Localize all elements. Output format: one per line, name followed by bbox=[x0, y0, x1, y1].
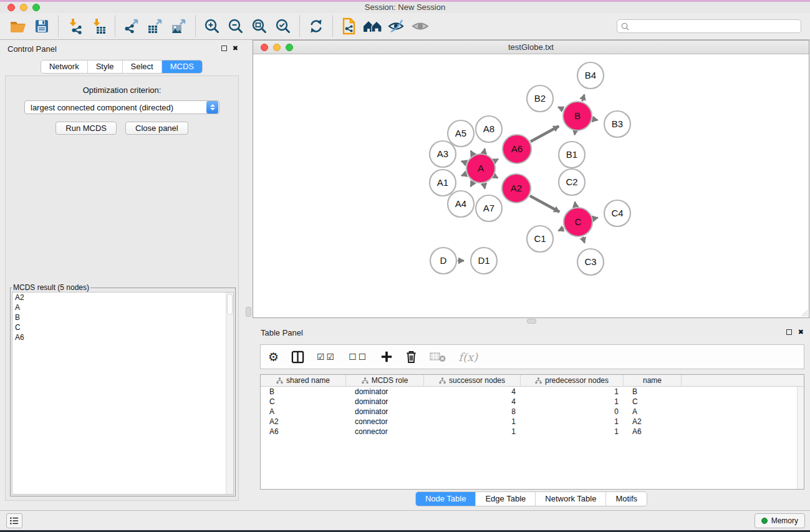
graph-edge-C-C4[interactable] bbox=[593, 218, 597, 219]
graph-edge-B-B4[interactable] bbox=[582, 95, 585, 102]
zoom-out-button[interactable] bbox=[224, 14, 248, 38]
zoom-fit-button[interactable] bbox=[248, 14, 271, 38]
add-column-icon[interactable] bbox=[380, 348, 393, 365]
import-table-button[interactable] bbox=[87, 14, 110, 38]
tab-select[interactable]: Select bbox=[122, 60, 162, 73]
column-header-shared-name[interactable]: shared name bbox=[261, 375, 346, 386]
graph-edge-C-C2[interactable] bbox=[575, 202, 576, 207]
graph-node-B3[interactable]: B3 bbox=[604, 111, 630, 137]
import-network-button[interactable] bbox=[63, 14, 87, 38]
show-columns-icon[interactable] bbox=[291, 348, 304, 365]
tab-node-table[interactable]: Node Table bbox=[416, 492, 476, 506]
deselect-all-columns-icon[interactable]: ☐☐ bbox=[349, 348, 368, 365]
memory-button[interactable]: Memory bbox=[755, 513, 805, 528]
mcds-result-item[interactable]: A bbox=[12, 302, 233, 312]
window-resize-grip[interactable] bbox=[800, 309, 808, 317]
close-panel-icon[interactable]: ✖ bbox=[233, 45, 238, 52]
float-table-panel-icon[interactable] bbox=[786, 329, 792, 335]
mcds-result-item[interactable]: A2 bbox=[12, 293, 233, 302]
graph-node-B2[interactable]: B2 bbox=[527, 85, 553, 112]
graph-node-C3[interactable]: C3 bbox=[577, 249, 604, 275]
graph-node-D1[interactable]: D1 bbox=[471, 248, 497, 274]
graph-edge-B-B2[interactable] bbox=[558, 107, 563, 110]
tab-network-table[interactable]: Network Table bbox=[535, 492, 605, 506]
graph-node-B4[interactable]: B4 bbox=[577, 62, 604, 89]
search-input[interactable] bbox=[629, 21, 797, 31]
export-network-button[interactable] bbox=[120, 14, 143, 38]
graph-node-A8[interactable]: A8 bbox=[476, 116, 502, 142]
graph-node-C[interactable]: C bbox=[564, 208, 592, 236]
graph-node-B[interactable]: B bbox=[563, 102, 592, 130]
table-row[interactable]: A6connector11A6 bbox=[261, 427, 804, 437]
float-panel-icon[interactable] bbox=[221, 46, 227, 51]
graph-edge-A-A6[interactable] bbox=[494, 159, 498, 161]
network-graph[interactable]: AA1A2A3A4A5A6A7A8BB1B2B3B4CC1C2C3C4DD1 bbox=[253, 54, 809, 317]
tab-style[interactable]: Style bbox=[87, 60, 122, 73]
zoom-selected-button[interactable] bbox=[271, 14, 295, 38]
graph-edge-A-A4[interactable] bbox=[471, 182, 473, 186]
table-scrollbar[interactable] bbox=[797, 387, 804, 489]
save-session-button[interactable] bbox=[30, 14, 54, 38]
table-row[interactable]: A2connector11A2 bbox=[261, 417, 804, 427]
table-row[interactable]: Bdominator41B bbox=[261, 387, 804, 397]
column-header-successor-nodes[interactable]: successor nodes bbox=[424, 375, 521, 386]
graph-node-C1[interactable]: C1 bbox=[527, 226, 553, 252]
graph-node-A4[interactable]: A4 bbox=[448, 191, 474, 217]
search-field[interactable] bbox=[617, 19, 801, 33]
tab-edge-table[interactable]: Edge Table bbox=[475, 492, 535, 506]
graph-node-C2[interactable]: C2 bbox=[559, 169, 585, 195]
open-session-button[interactable] bbox=[6, 14, 30, 38]
task-history-button[interactable] bbox=[6, 513, 22, 528]
mcds-result-item[interactable]: A6 bbox=[12, 332, 233, 342]
graph-edge-A-A1[interactable] bbox=[461, 174, 466, 176]
graph-edge-A-A5[interactable] bbox=[471, 151, 473, 155]
table-row[interactable]: Adominator80A bbox=[261, 407, 804, 417]
hide-panels-button[interactable] bbox=[385, 14, 408, 38]
graph-edge-C-C3[interactable] bbox=[583, 237, 585, 243]
mcds-result-item[interactable]: C bbox=[12, 322, 233, 332]
tab-network[interactable]: Network bbox=[41, 60, 87, 73]
result-list-scrollbar[interactable] bbox=[226, 293, 233, 494]
graph-node-A5[interactable]: A5 bbox=[448, 120, 474, 147]
delete-column-icon[interactable] bbox=[405, 348, 417, 365]
graph-node-A6[interactable]: A6 bbox=[503, 135, 531, 163]
tab-motifs[interactable]: Motifs bbox=[605, 492, 647, 506]
graph-node-B1[interactable]: B1 bbox=[559, 142, 585, 168]
tab-mcds[interactable]: MCDS bbox=[162, 60, 202, 73]
graph-node-D[interactable]: D bbox=[430, 248, 456, 274]
graph-edge-A-A7[interactable] bbox=[484, 184, 485, 189]
column-header-predecessor-nodes[interactable]: predecessor nodes bbox=[521, 375, 624, 386]
graph-edge-A2-C[interactable] bbox=[530, 196, 559, 212]
close-panel-button[interactable]: Close panel bbox=[125, 122, 188, 135]
graph-node-A[interactable]: A bbox=[466, 154, 495, 183]
graph-node-A1[interactable]: A1 bbox=[430, 170, 456, 196]
select-all-columns-icon[interactable]: ☑☑ bbox=[317, 348, 336, 365]
new-network-button[interactable] bbox=[337, 14, 361, 38]
zoom-in-button[interactable] bbox=[200, 14, 224, 38]
mcds-result-item[interactable]: B bbox=[12, 312, 233, 322]
function-builder-icon[interactable]: f(x) bbox=[458, 348, 478, 365]
horizontal-split-grip[interactable] bbox=[527, 319, 536, 324]
export-table-button[interactable] bbox=[143, 14, 167, 38]
graph-node-A3[interactable]: A3 bbox=[430, 141, 456, 167]
graph-edge-A-A8[interactable] bbox=[484, 148, 485, 153]
column-header-name[interactable]: name bbox=[624, 375, 682, 386]
column-header-MCDS-role[interactable]: MCDS role bbox=[346, 375, 424, 386]
criterion-select[interactable]: largest connected component (directed) bbox=[24, 100, 219, 114]
graph-edge-B-B1[interactable] bbox=[575, 132, 576, 135]
delete-table-icon[interactable] bbox=[430, 348, 446, 365]
table-settings-gear-icon[interactable]: ⚙ bbox=[268, 348, 279, 365]
export-image-button[interactable] bbox=[167, 14, 191, 38]
graph-edge-A6-B[interactable] bbox=[531, 126, 559, 142]
apply-layout-button[interactable] bbox=[304, 14, 328, 38]
close-table-panel-icon[interactable]: ✖ bbox=[798, 329, 804, 336]
graph-edge-A-A3[interactable] bbox=[461, 161, 466, 163]
run-mcds-button[interactable]: Run MCDS bbox=[55, 122, 117, 135]
vertical-split-grip[interactable] bbox=[246, 307, 251, 317]
graph-edge-A-A2[interactable] bbox=[494, 176, 498, 178]
table-row[interactable]: Cdominator41C bbox=[261, 397, 804, 407]
show-panels-button[interactable] bbox=[408, 14, 432, 38]
home-button[interactable] bbox=[361, 14, 385, 38]
graph-node-A2[interactable]: A2 bbox=[502, 174, 531, 203]
graph-edge-C-C1[interactable] bbox=[558, 228, 564, 231]
